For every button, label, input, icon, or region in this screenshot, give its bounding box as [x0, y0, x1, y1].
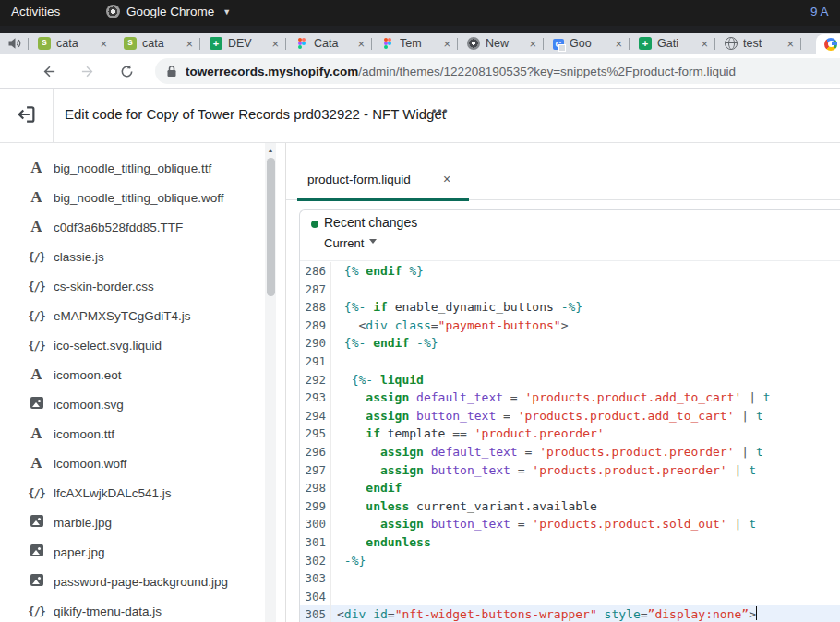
code-text: endif [331, 479, 402, 497]
tab-close-icon[interactable]: × [701, 38, 708, 50]
tab-close-icon[interactable]: × [529, 38, 536, 50]
browser-tab-dev[interactable]: DEV× [200, 33, 285, 54]
app-menu[interactable]: Google Chrome ▼ [106, 5, 231, 18]
tab-close-icon[interactable]: × [186, 38, 193, 50]
tab-close-icon[interactable]: × [357, 38, 365, 50]
code-line-299[interactable]: 299 unless current_variant.available [300, 497, 840, 516]
code-line-301[interactable]: 301 endunless [300, 533, 840, 552]
scrollbar-thumb[interactable] [267, 158, 275, 296]
code-line-292[interactable]: 292 {%- liquid [300, 371, 840, 389]
code-line-294[interactable]: 294 assign button_text = 'products.produ… [300, 407, 840, 425]
browser-tab-test[interactable]: test× [715, 33, 800, 54]
more-actions-button[interactable]: ••• [432, 103, 449, 117]
line-number: 302 [300, 552, 331, 570]
tab-close-icon[interactable]: × [271, 38, 279, 50]
browser-tab-cata[interactable]: Cata× [286, 33, 371, 54]
file-item-marble.jpg[interactable]: marble.jpg [0, 508, 264, 537]
file-item-c0df3a6b528fdd85.TTF[interactable]: Ac0df3a6b528fdd85.TTF [0, 212, 264, 242]
code-line-297[interactable]: 297 assign button_text = 'products.produ… [300, 461, 840, 480]
browser-tab-cata[interactable]: cata× [114, 33, 199, 54]
file-item-qikify-tmenu-data.js[interactable]: {/}qikify-tmenu-data.js [0, 596, 264, 622]
browser-tab-goo[interactable]: Goo× [544, 33, 629, 54]
file-item-icomoon.eot[interactable]: Aicomoon.eot [0, 360, 264, 389]
back-button[interactable] [37, 60, 59, 82]
speaker-icon[interactable] [0, 37, 28, 50]
tab-close-icon[interactable]: × [100, 38, 107, 50]
gnome-top-bar: Activities Google Chrome ▼ 9 A [0, 0, 840, 26]
code-line-296[interactable]: 296 assign default_text = 'products.prod… [300, 443, 840, 461]
reload-button[interactable] [115, 60, 138, 82]
line-number: 295 [300, 425, 331, 443]
code-text [331, 569, 337, 588]
file-name: eMAPMXSyTCgGdiT4.js [54, 309, 191, 323]
code-line-288[interactable]: 288 {%- if enable_dynamic_buttons -%} [300, 298, 840, 317]
tab-close-icon[interactable]: × [615, 38, 622, 50]
code-text [331, 588, 337, 606]
editor-tab-close-icon[interactable]: × [443, 172, 450, 186]
code-line-291[interactable]: 291 [300, 353, 840, 371]
code-line-289[interactable]: 289 <div class="payment-buttons"> [300, 317, 840, 335]
tab-title: test [743, 37, 781, 50]
browser-tab-active[interactable] [816, 34, 840, 54]
code-text: endunless [331, 533, 431, 552]
file-item-cs-skin-border.css[interactable]: {/}cs-skin-border.css [0, 271, 264, 301]
version-dropdown[interactable]: Current [324, 236, 364, 250]
code-line-293[interactable]: 293 assign default_text = 'products.prod… [300, 389, 840, 407]
file-item-icomoon.woff[interactable]: Aicomoon.woff [0, 449, 264, 478]
translate-favicon-icon [553, 39, 564, 50]
address-bar[interactable]: towerrecords.myshopify.com/admin/themes/… [155, 58, 840, 84]
line-number: 294 [300, 407, 331, 425]
file-item-paper.jpg[interactable]: paper.jpg [0, 537, 264, 567]
scroll-up-arrow-icon[interactable]: ▲ [265, 147, 276, 153]
browser-tab-tem[interactable]: Tem× [372, 33, 457, 54]
code-line-302[interactable]: 302 -%} [300, 552, 840, 570]
editor-tab-bar: product-form.liquid × [286, 143, 840, 200]
sheets-favicon-icon [210, 37, 222, 50]
code-file-icon: {/} [28, 248, 45, 265]
forward-button[interactable] [77, 60, 99, 82]
file-name: icomoon.svg [54, 398, 124, 412]
code-line-303[interactable]: 303 [300, 569, 840, 588]
file-item-icomoon.ttf[interactable]: Aicomoon.ttf [0, 419, 264, 449]
code-text: -%} [331, 552, 366, 570]
browser-tab-cata[interactable]: cata× [29, 33, 114, 54]
editor-tab-product-form[interactable]: product-form.liquid × [297, 160, 469, 200]
tab-close-icon[interactable]: × [443, 38, 450, 50]
code-line-295[interactable]: 295 if template == 'product.preorder' [300, 425, 840, 443]
code-line-300[interactable]: 300 assign button_text = 'products.produ… [300, 515, 840, 533]
chrome-app-icon [106, 5, 120, 18]
editor-panel: Recent changes Current 286 {% endif %}28… [299, 209, 840, 622]
recent-changes-label: Recent changes [324, 215, 417, 230]
chevron-down-icon [369, 239, 377, 244]
text-cursor [756, 606, 758, 620]
code-line-305[interactable]: 305<div id="nft-widget-buttons-wrapper" … [300, 605, 840, 622]
code-file-icon: {/} [28, 484, 45, 501]
code-line-290[interactable]: 290 {%- endif -%} [300, 334, 840, 353]
file-item-eMAPMXSyTCgGdiT4.js[interactable]: {/}eMAPMXSyTCgGdiT4.js [0, 301, 264, 330]
file-item-password-page-background.jpg[interactable]: password-page-background.jpg [0, 567, 264, 596]
code-line-286[interactable]: 286 {% endif %} [300, 262, 840, 281]
figma-favicon-icon [381, 37, 394, 50]
code-line-298[interactable]: 298 endif [300, 479, 840, 497]
code-line-287[interactable]: 287 [300, 281, 840, 299]
tab-close-icon[interactable]: × [786, 38, 794, 50]
file-item-ico-select.svg.liquid[interactable]: {/}ico-select.svg.liquid [0, 330, 264, 360]
sidebar-scrollbar[interactable]: ▲ [265, 143, 276, 622]
file-item-big_noodle_titling_oblique.ttf[interactable]: Abig_noodle_titling_oblique.ttf [0, 153, 264, 183]
header-divider [53, 89, 54, 142]
code-file-icon: {/} [28, 278, 45, 294]
file-item-classie.js[interactable]: {/}classie.js [0, 242, 264, 271]
file-item-lfcAXLwjkDALc541.js[interactable]: {/}lfcAXLwjkDALc541.js [0, 478, 264, 508]
browser-tab-gati[interactable]: Gati× [630, 33, 714, 54]
activities-button[interactable]: Activities [11, 5, 60, 18]
file-item-icomoon.svg[interactable]: icomoon.svg [0, 389, 264, 419]
code-area[interactable]: 286 {% endif %}287288 {%- if enable_dyna… [300, 262, 840, 622]
exit-code-editor-button[interactable] [16, 104, 38, 126]
file-item-big_noodle_titling_oblique.woff[interactable]: Abig_noodle_titling_oblique.woff [0, 183, 264, 212]
status-dot-icon [311, 221, 318, 228]
browser-tab-new[interactable]: New× [458, 33, 543, 54]
code-line-304[interactable]: 304 [300, 588, 840, 606]
code-text: assign default_text = 'products.product.… [331, 389, 771, 407]
figma-favicon-icon [295, 37, 308, 50]
code-text: {%- endif -%} [331, 334, 438, 353]
